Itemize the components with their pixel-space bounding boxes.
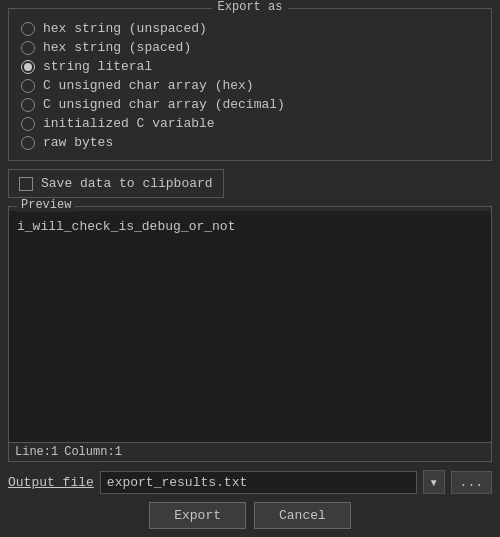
radio-c-variable[interactable]: initialized C variable	[21, 116, 479, 131]
radio-string-literal-input[interactable]	[21, 60, 35, 74]
radio-group: hex string (unspaced) hex string (spaced…	[21, 21, 479, 150]
radio-c-decimal[interactable]: C unsigned char array (decimal)	[21, 97, 479, 112]
cancel-button[interactable]: Cancel	[254, 502, 351, 529]
radio-c-variable-label: initialized C variable	[43, 116, 215, 131]
radio-string-literal-label: string literal	[43, 59, 152, 74]
export-button[interactable]: Export	[149, 502, 246, 529]
main-container: Export as hex string (unspaced) hex stri…	[0, 0, 500, 537]
radio-c-hex[interactable]: C unsigned char array (hex)	[21, 78, 479, 93]
radio-c-decimal-label: C unsigned char array (decimal)	[43, 97, 285, 112]
radio-hex-unspaced-input[interactable]	[21, 22, 35, 36]
status-column: Column:1	[64, 445, 122, 459]
radio-hex-spaced[interactable]: hex string (spaced)	[21, 40, 479, 55]
output-file-label: Output file	[8, 475, 94, 490]
radio-raw-bytes[interactable]: raw bytes	[21, 135, 479, 150]
browse-button[interactable]: ...	[451, 471, 492, 494]
preview-textarea[interactable]	[9, 211, 491, 442]
radio-hex-unspaced-label: hex string (unspaced)	[43, 21, 207, 36]
radio-hex-spaced-label: hex string (spaced)	[43, 40, 191, 55]
radio-hex-spaced-input[interactable]	[21, 41, 35, 55]
radio-raw-bytes-input[interactable]	[21, 136, 35, 150]
radio-c-hex-input[interactable]	[21, 79, 35, 93]
preview-legend: Preview	[17, 198, 75, 212]
radio-raw-bytes-label: raw bytes	[43, 135, 113, 150]
output-file-section: Output file ▼ ...	[8, 470, 492, 494]
radio-c-hex-label: C unsigned char array (hex)	[43, 78, 254, 93]
radio-c-decimal-input[interactable]	[21, 98, 35, 112]
radio-c-variable-input[interactable]	[21, 117, 35, 131]
action-buttons: Export Cancel	[8, 502, 492, 529]
status-line: Line:1	[15, 445, 58, 459]
dropdown-button[interactable]: ▼	[423, 470, 445, 494]
export-as-section: Export as hex string (unspaced) hex stri…	[8, 8, 492, 161]
clipboard-label: Save data to clipboard	[41, 176, 213, 191]
preview-section: Preview Line:1 Column:1	[8, 206, 492, 462]
clipboard-section: Save data to clipboard	[8, 169, 492, 198]
status-bar: Line:1 Column:1	[9, 442, 491, 461]
radio-string-literal[interactable]: string literal	[21, 59, 479, 74]
clipboard-checkbox[interactable]	[19, 177, 33, 191]
output-file-input[interactable]	[100, 471, 417, 494]
export-as-legend: Export as	[212, 0, 289, 14]
radio-hex-unspaced[interactable]: hex string (unspaced)	[21, 21, 479, 36]
clipboard-checkbox-item[interactable]: Save data to clipboard	[8, 169, 224, 198]
